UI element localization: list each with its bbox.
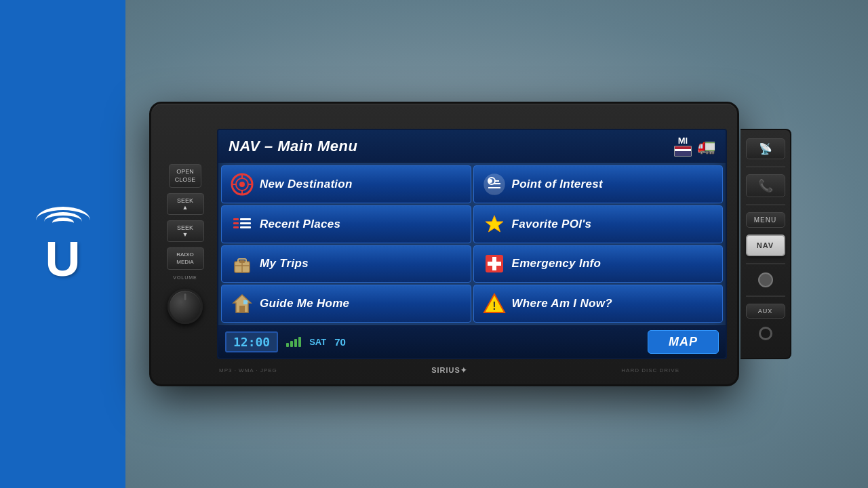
poi-icon — [482, 172, 507, 197]
storage-label: HARD DISC DRIVE — [621, 367, 679, 373]
seek-down-button[interactable]: SEEK▼ — [167, 220, 204, 242]
wifi-logo-icon — [36, 207, 90, 234]
svg-point-12 — [488, 179, 492, 183]
bag-icon — [230, 251, 254, 276]
svg-rect-17 — [233, 226, 239, 228]
svg-rect-13 — [233, 218, 239, 220]
signal-bar-1 — [286, 343, 289, 347]
svg-rect-29 — [239, 306, 245, 312]
radio-media-button[interactable]: RADIOMEDIA — [167, 247, 204, 270]
favorite-poi-label: Favorite POI's — [512, 218, 592, 231]
aux-button[interactable]: AUX — [746, 304, 785, 319]
recent-places-button[interactable]: Recent Places — [221, 205, 471, 243]
device-bottom-bar: MP3 · WMA · JPEG SIRIUS✦ HARD DISC DRIVE — [219, 366, 679, 375]
svg-rect-27 — [488, 262, 501, 266]
left-controls: OPENCLOSE SEEK▲ SEEK▼ RADIOMEDIA VOLUME — [161, 164, 209, 324]
where-am-i-button[interactable]: ! Where Am I Now? — [473, 285, 724, 323]
point-of-interest-label: Point of Interest — [512, 178, 604, 191]
screen-header: NAV – Main Menu MI 🚛 — [218, 130, 726, 163]
head-unit-device: OPENCLOSE SEEK▲ SEEK▼ RADIOMEDIA VOLUME … — [149, 102, 739, 386]
menu-button[interactable]: MENU — [746, 212, 785, 228]
open-close-button[interactable]: OPENCLOSE — [169, 164, 202, 188]
divider-1 — [746, 166, 785, 167]
emergency-info-button[interactable]: Emergency Info — [473, 245, 724, 283]
signal-bar-3 — [294, 339, 297, 347]
state-flag — [674, 146, 692, 157]
svg-point-2 — [239, 182, 245, 187]
status-bar: 12:00 SAT 70 MAP — [218, 325, 726, 358]
signal-bars — [286, 337, 301, 347]
home-icon — [230, 291, 254, 316]
state-code: MI — [674, 136, 692, 157]
my-trips-button[interactable]: My Trips — [221, 245, 471, 283]
phone-button[interactable]: 📞 — [746, 174, 785, 197]
signal-bar-4 — [298, 337, 301, 347]
phone-icon: 📞 — [758, 179, 773, 192]
signal-bar-2 — [290, 341, 293, 347]
svg-rect-16 — [240, 222, 251, 224]
cross-icon — [482, 251, 507, 276]
right-control-panel: 📡 📞 MENU NAV AUX — [741, 129, 791, 359]
logo: U — [36, 207, 90, 281]
header-right: MI 🚛 — [674, 136, 715, 157]
sirius-brand-label: SIRIUS✦ — [431, 366, 467, 375]
emergency-info-label: Emergency Info — [512, 257, 601, 270]
list-icon — [230, 212, 254, 237]
svg-text:!: ! — [492, 300, 496, 312]
seek-up-button[interactable]: SEEK▲ — [167, 193, 204, 215]
time-display: 12:00 — [225, 331, 278, 352]
left-sidebar: U — [0, 0, 125, 488]
target-icon — [230, 172, 254, 197]
new-destination-label: New Destination — [260, 178, 353, 191]
svg-rect-30 — [243, 300, 248, 304]
volume-knob[interactable] — [167, 289, 203, 324]
my-trips-label: My Trips — [260, 257, 309, 270]
aux-jack[interactable] — [759, 327, 772, 340]
warning-icon: ! — [482, 291, 507, 316]
guide-home-label: Guide Me Home — [260, 297, 349, 310]
map-button[interactable]: MAP — [648, 330, 719, 354]
favorite-poi-button[interactable]: Favorite POI's — [473, 205, 724, 243]
satellite-label: SAT — [309, 337, 326, 347]
nav-button[interactable]: NAV — [746, 235, 785, 256]
recent-places-label: Recent Places — [260, 218, 340, 231]
screen-title: NAV – Main Menu — [229, 138, 357, 155]
svg-rect-14 — [240, 218, 251, 220]
nav-screen: NAV – Main Menu MI 🚛 — [217, 129, 727, 359]
point-of-interest-button[interactable]: Point of Interest — [473, 165, 724, 203]
divider-2 — [746, 204, 785, 205]
channel-number: 70 — [334, 336, 346, 348]
where-am-i-label: Where Am I Now? — [512, 297, 612, 310]
truck-icon: 🚛 — [697, 138, 715, 155]
wireless-icon: 📡 — [759, 143, 772, 155]
menu-grid: New Destination Point of Interest — [218, 163, 726, 325]
guide-home-button[interactable]: Guide Me Home — [221, 285, 471, 323]
new-destination-button[interactable]: New Destination — [221, 165, 471, 203]
format-label: MP3 · WMA · JPEG — [219, 367, 277, 373]
divider-3 — [746, 263, 785, 264]
usb-port — [758, 272, 773, 287]
wifi-button[interactable]: 📡 — [746, 138, 785, 159]
divider-4 — [746, 296, 785, 297]
star-icon — [482, 212, 507, 237]
volume-label: VOLUME — [173, 275, 197, 280]
svg-marker-19 — [486, 216, 503, 232]
logo-letter: U — [45, 237, 81, 281]
svg-rect-15 — [233, 222, 239, 224]
svg-rect-18 — [240, 226, 251, 228]
